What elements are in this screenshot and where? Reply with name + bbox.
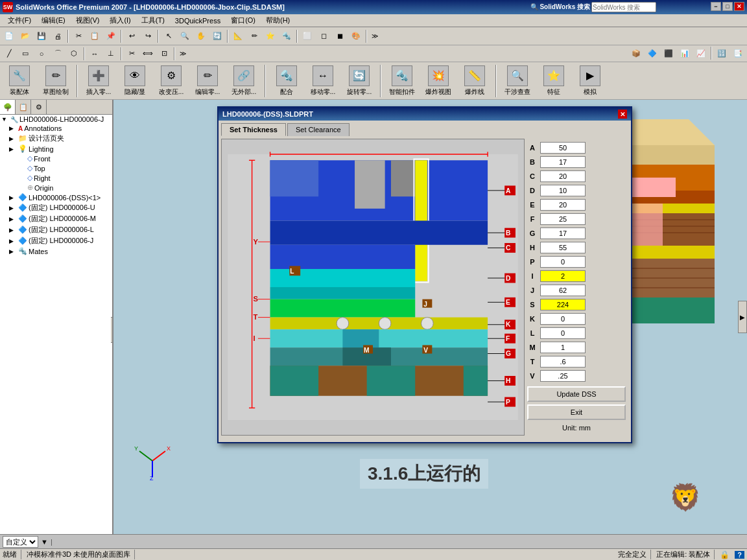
tb2-r6[interactable]: 🔢	[714, 47, 729, 61]
param-input-f[interactable]	[540, 213, 586, 225]
tb-cut[interactable]: ✂	[71, 29, 86, 43]
tree-origin[interactable]: ⊕ Origin	[0, 183, 112, 192]
param-input-p[interactable]	[540, 256, 586, 268]
tb2-r7[interactable]: 📑	[730, 47, 746, 61]
asm-btn-mate[interactable]: 🔩 配合	[270, 65, 303, 97]
tb2-r2[interactable]: 🔷	[645, 47, 660, 61]
param-input-k[interactable]	[540, 313, 586, 325]
bottom-select[interactable]: 自定义	[3, 536, 38, 548]
tree-part-u[interactable]: ▶ 🔷 (固定) LHD000006-U	[0, 202, 112, 213]
param-input-b[interactable]	[540, 156, 586, 168]
asm-btn-interference[interactable]: 🔍 干涉查查	[501, 65, 534, 97]
tree-front[interactable]: ◇ Front	[0, 154, 112, 163]
tb-view2[interactable]: ◻	[316, 29, 331, 43]
tb-view1[interactable]: ⬜	[300, 29, 315, 43]
asm-btn-simulate[interactable]: ▶ 模拟	[573, 65, 607, 97]
menu-file[interactable]: 文件(F)	[3, 14, 36, 27]
tb-mate[interactable]: 🔩	[279, 29, 294, 43]
sw-search-input[interactable]	[591, 2, 656, 12]
tb2-rect[interactable]: ▭	[18, 47, 33, 61]
asm-btn-hide[interactable]: 👁 隐藏/显	[118, 65, 152, 97]
minimize-button[interactable]: −	[711, 2, 721, 11]
tb2-circle[interactable]: ○	[34, 47, 49, 61]
tb-sketch[interactable]: ✏	[246, 29, 262, 43]
tree-lighting[interactable]: ▶ 💡 Lighting	[0, 144, 112, 154]
menu-help[interactable]: 帮助(H)	[261, 14, 295, 27]
asm-btn-explode[interactable]: 💥 爆炸视图	[421, 65, 455, 97]
asm-btn-feature[interactable]: ⭐ 特征	[537, 65, 571, 97]
tb2-r3[interactable]: ⬛	[661, 47, 676, 61]
update-dss-button[interactable]: Update DSS	[527, 386, 626, 402]
tb2-poly[interactable]: ⬡	[66, 47, 82, 61]
exit-button[interactable]: Exit	[527, 404, 626, 420]
tree-part-j[interactable]: ▶ 🔷 (固定) LHD000006-J	[0, 235, 112, 246]
tb2-mirror[interactable]: ⟺	[140, 47, 156, 61]
close-button[interactable]: ✕	[734, 2, 744, 11]
param-input-t[interactable]	[540, 356, 586, 368]
tb2-dim[interactable]: ↔	[87, 47, 102, 61]
tree-part-dss[interactable]: ▶ 🔷 LHD000006-(DSS)<1>	[0, 192, 112, 202]
asm-btn-explodeline[interactable]: 📏 爆炸线	[458, 65, 492, 97]
tree-part-l[interactable]: ▶ 🔷 (固定) LHD000006-L	[0, 224, 112, 235]
param-input-v[interactable]	[540, 370, 586, 382]
tree-top[interactable]: ◇ Top	[0, 163, 112, 173]
tb-measure[interactable]: 📐	[230, 29, 246, 43]
menu-view[interactable]: 视图(V)	[71, 14, 105, 27]
param-input-l[interactable]	[540, 327, 586, 339]
menu-tools[interactable]: 工具(T)	[136, 14, 170, 27]
param-input-i[interactable]	[540, 270, 586, 282]
tb-view3[interactable]: ◼	[332, 29, 348, 43]
menu-insert[interactable]: 插入(I)	[104, 14, 136, 27]
tree-tab-property[interactable]: 📋	[16, 100, 31, 114]
dss-close-button[interactable]: ✕	[618, 110, 627, 119]
maximize-button[interactable]: □	[722, 2, 733, 11]
asm-btn-move[interactable]: ↔ 移动零...	[306, 65, 340, 97]
asm-btn-rotate[interactable]: 🔄 旋转零...	[342, 65, 376, 97]
tree-root[interactable]: ▼ 🔧 LHD000006-LHD000006-J	[0, 115, 112, 124]
param-input-a[interactable]	[540, 142, 586, 154]
param-input-j[interactable]	[540, 285, 586, 296]
tb2-trim[interactable]: ✂	[124, 47, 139, 61]
menu-3dqp[interactable]: 3DQuickPress	[170, 16, 226, 26]
tb-save[interactable]: 💾	[34, 29, 49, 43]
canvas-area[interactable]: LHD000006-(DSS).SLDPRT ✕ Set Thickness S…	[113, 100, 747, 534]
menu-edit[interactable]: 编辑(E)	[36, 14, 71, 27]
tree-design-binder[interactable]: ▶ 📁 设计活页夹	[0, 133, 112, 144]
tb-redo[interactable]: ↪	[140, 29, 156, 43]
param-input-g[interactable]	[540, 228, 586, 239]
tb-display[interactable]: 🎨	[348, 29, 364, 43]
tb-feature[interactable]: ⭐	[263, 29, 278, 43]
asm-btn-edit[interactable]: ✏ 编辑零...	[191, 65, 224, 97]
tree-annotations[interactable]: ▶ A Annotations	[0, 124, 112, 133]
tb2-line[interactable]: ╱	[1, 47, 17, 61]
asm-btn-assemble[interactable]: 🔧 装配体	[3, 65, 36, 97]
asm-btn-insert[interactable]: ➕ 插入零...	[82, 65, 115, 97]
param-input-d[interactable]	[540, 185, 586, 196]
tree-mates[interactable]: ▶ 🔩 Mates	[0, 246, 112, 256]
tb-copy[interactable]: 📋	[87, 29, 102, 43]
tb-new[interactable]: 📄	[1, 29, 17, 43]
tb2-r1[interactable]: 📦	[628, 47, 644, 61]
param-input-e[interactable]	[540, 199, 586, 211]
tree-right[interactable]: ◇ Right	[0, 173, 112, 183]
tb2-r5[interactable]: 📈	[693, 47, 709, 61]
param-input-c[interactable]	[540, 170, 586, 182]
canvas-right-collapse[interactable]: ▶	[738, 301, 747, 333]
param-input-m[interactable]	[540, 342, 586, 353]
asm-btn-smartfastener[interactable]: 🔩 智能扣件	[385, 65, 419, 97]
tree-tab-feature[interactable]: 🌳	[0, 100, 16, 114]
tab-set-thickness[interactable]: Set Thickness	[221, 123, 286, 136]
tb-undo[interactable]: ↩	[124, 29, 139, 43]
param-input-h[interactable]	[540, 242, 586, 253]
menu-window[interactable]: 窗口(O)	[226, 14, 261, 27]
tree-tab-config[interactable]: ⚙	[31, 100, 47, 114]
tb2-offset[interactable]: ⊡	[156, 47, 172, 61]
tb-print[interactable]: 🖨	[50, 29, 65, 43]
tab-set-clearance[interactable]: Set Clearance	[287, 123, 350, 136]
tb-zoom[interactable]: 🔍	[177, 29, 193, 43]
tb2-rel[interactable]: ⊥	[103, 47, 119, 61]
tb-pan[interactable]: ✋	[193, 29, 209, 43]
tb-paste[interactable]: 📌	[103, 29, 119, 43]
asm-btn-noext[interactable]: 🔗 无外部...	[227, 65, 261, 97]
tb-open[interactable]: 📂	[18, 29, 33, 43]
